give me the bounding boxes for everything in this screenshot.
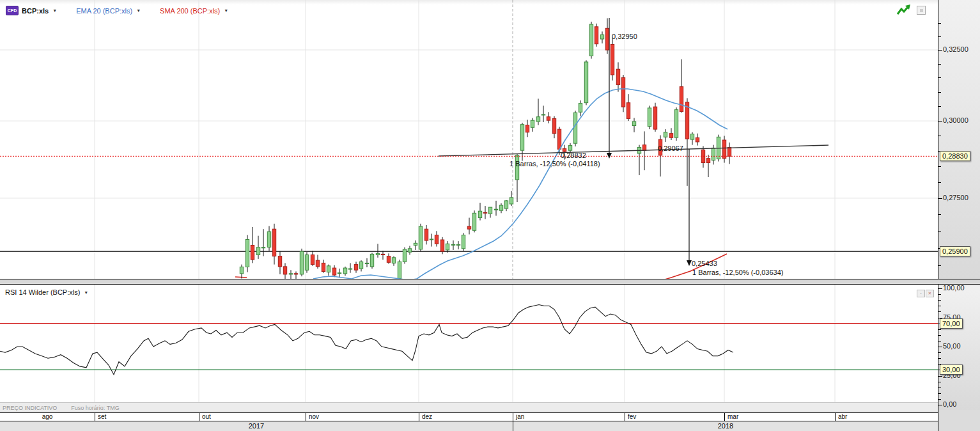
axis-label: 100,00 [943,284,965,292]
price-flag-label: 30,00 [940,364,963,375]
trading-platform-window: 0,329500,288321 Barras, -12,50% (-0,0411… [0,0,980,431]
price-chart-panel[interactable]: 0,329500,288321 Barras, -12,50% (-0,0411… [0,0,938,285]
month-cell: fev [625,413,724,421]
axis-tick [938,106,941,107]
chevron-down-icon: ▼ [52,8,57,13]
axis-tick [938,92,941,93]
price-axis[interactable]: 0,325000,300000,275000,288300,25900 [938,0,980,279]
rsi-panel[interactable]: RSI 14 Wilder (BCP:xls) ▼ ▫ ✕ [0,285,938,410]
axis-tick [938,399,941,400]
ema20-indicator-selector[interactable]: EMA 20 (BCP:xls) ▼ [74,6,143,15]
realtime-arrow-icon[interactable] [896,4,912,17]
axis-tick [938,288,942,289]
chart-header: CFD BCP:xls ▼ EMA 20 (BCP:xls) ▼ SMA 200… [4,5,230,16]
price-flag-label: 70,00 [940,318,963,329]
axis-tick [938,358,941,359]
axis-label: 0,27500 [943,194,968,201]
restore-panel-icon[interactable]: ▫ [917,290,925,297]
chart-toolbar [896,4,926,17]
axis-tick [938,214,941,215]
axis-tick [938,352,941,353]
month-cell: nov [306,413,419,421]
rsi-axis[interactable]: 100,0075,0050,0025,000,0070,0030,00 [938,285,980,410]
axis-tick [938,64,941,65]
year-cell: 2017 [0,421,513,431]
axis-tick [938,347,942,347]
axis-label: 50,00 [943,342,961,350]
axis-label: 0,00 [943,400,956,408]
measure-to-price: 0,28832 [561,152,586,159]
month-cell: abr [835,413,938,421]
axis-tick [938,23,941,24]
rsi-indicator-selector[interactable]: RSI 14 Wilder (BCP:xls) ▼ [5,288,88,296]
price-flag-label: 0,28830 [940,151,970,161]
sma200-indicator-selector[interactable]: SMA 200 (BCP:xls) ▼ [158,6,230,15]
axis-tick [938,231,941,231]
cfd-badge-icon: CFD [6,6,19,15]
chevron-down-icon: ▼ [136,8,141,13]
time-axis-months[interactable]: agosetoutnovdezjanfevmarabr [0,412,938,421]
axis-tick [938,376,942,377]
detach-window-icon[interactable] [917,6,926,15]
chevron-down-icon: ▼ [84,290,88,295]
axis-corner [938,410,980,431]
sma200-label: SMA 200 (BCP:xls) [160,7,220,15]
axis-tick [938,329,941,330]
rsi-chart-canvas[interactable] [0,285,938,410]
measure-result-text: 1 Barras, -12,50% (-0,03634) [692,269,783,276]
axis-tick [938,294,941,295]
measure-from-price: 0,32950 [612,33,637,40]
axis-tick [938,306,941,306]
month-cell: set [95,413,199,421]
axis-tick [938,265,941,266]
axis-tick [938,198,942,199]
panel-separator[interactable] [0,279,980,285]
axis-tick [938,405,942,405]
axis-tick [938,300,941,301]
axis-tick [938,311,941,312]
instrument-label: BCP:xls [22,7,49,15]
month-cell: mar [724,413,835,421]
year-cell: 2018 [513,421,938,431]
axis-tick [938,393,941,394]
ema20-label: EMA 20 (BCP:xls) [76,7,132,15]
axis-label: 0,32500 [943,45,968,53]
time-axis-years[interactable]: 20172018 [0,421,938,431]
chevron-down-icon: ▼ [224,8,228,13]
rsi-label: RSI 14 Wilder (BCP:xls) [5,288,80,296]
axis-tick [938,36,941,37]
indicative-price-notice: PREÇO INDICATIVO [3,405,57,411]
axis-tick [938,77,941,78]
axis-tick [938,136,941,136]
close-panel-icon[interactable]: ✕ [926,290,934,297]
axis-tick [938,335,941,336]
axis-tick [938,121,942,121]
axis-tick [938,382,941,382]
month-cell: out [199,413,306,421]
month-cell: ago [0,413,95,421]
month-cell: jan [513,413,625,421]
axis-tick [938,388,941,388]
footer-strip: PREÇO INDICATIVO Fuso horário: TMG [0,402,938,412]
measure-to-price: 0,25433 [692,260,717,267]
axis-tick [938,166,941,167]
month-cell: dez [419,413,513,421]
axis-tick [938,50,942,51]
axis-tick [938,182,941,183]
measure-from-price: 0,29067 [658,145,683,152]
instrument-selector[interactable]: CFD BCP:xls ▼ [4,5,59,16]
axis-tick [938,341,941,341]
timezone-label: Fuso horário: TMG [71,405,119,411]
axis-label: 0,30000 [943,116,968,124]
price-chart-canvas[interactable] [0,0,938,285]
measure-result-text: 1 Barras, -12,50% (-0,04118) [509,160,600,168]
price-flag-label: 0,25900 [940,246,970,256]
